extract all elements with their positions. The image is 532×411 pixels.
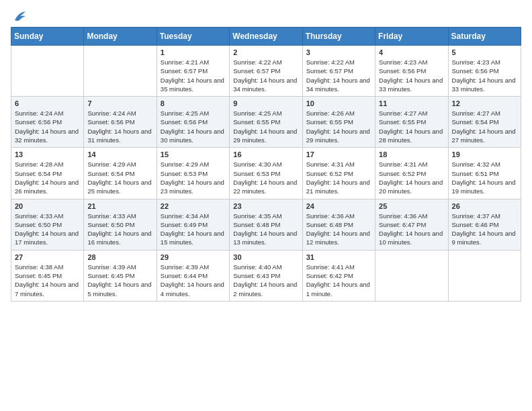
sunset-text: Sunset: 6:49 PM xyxy=(161,221,208,228)
day-number: 15 xyxy=(161,150,226,158)
day-info: Sunrise: 4:23 AM Sunset: 6:56 PM Dayligh… xyxy=(379,58,444,93)
sunset-text: Sunset: 6:55 PM xyxy=(233,118,280,126)
sunset-text: Sunset: 6:43 PM xyxy=(233,272,280,279)
daylight-text: Daylight: 14 hours and 19 minutes. xyxy=(452,179,516,195)
daylight-text: Daylight: 14 hours and 28 minutes. xyxy=(379,128,443,144)
daylight-text: Daylight: 14 hours and 13 minutes. xyxy=(233,230,297,246)
sunrise-text: Sunrise: 4:27 AM xyxy=(379,109,427,117)
sunset-text: Sunset: 6:52 PM xyxy=(306,170,353,177)
day-cell: 4 Sunrise: 4:23 AM Sunset: 6:56 PM Dayli… xyxy=(375,46,448,97)
sunrise-text: Sunrise: 4:33 AM xyxy=(87,212,136,220)
day-header-monday: Monday xyxy=(84,28,157,46)
sunrise-text: Sunrise: 4:23 AM xyxy=(452,58,500,66)
day-cell: 22 Sunrise: 4:34 AM Sunset: 6:49 PM Dayl… xyxy=(157,199,229,250)
day-info: Sunrise: 4:28 AM Sunset: 6:54 PM Dayligh… xyxy=(15,160,80,195)
day-number: 30 xyxy=(233,253,298,261)
day-info: Sunrise: 4:22 AM Sunset: 6:57 PM Dayligh… xyxy=(306,58,371,93)
sunrise-text: Sunrise: 4:27 AM xyxy=(452,109,500,117)
sunset-text: Sunset: 6:54 PM xyxy=(452,118,499,126)
sunset-text: Sunset: 6:55 PM xyxy=(306,118,353,126)
day-cell: 25 Sunrise: 4:36 AM Sunset: 6:47 PM Dayl… xyxy=(375,199,448,250)
sunset-text: Sunset: 6:50 PM xyxy=(87,221,134,228)
logo-bird-icon xyxy=(12,11,27,23)
day-cell: 9 Sunrise: 4:25 AM Sunset: 6:55 PM Dayli… xyxy=(230,97,302,148)
sunset-text: Sunset: 6:57 PM xyxy=(306,67,353,75)
day-cell: 20 Sunrise: 4:33 AM Sunset: 6:50 PM Dayl… xyxy=(11,199,84,250)
sunset-text: Sunset: 6:56 PM xyxy=(87,118,134,126)
day-number: 31 xyxy=(306,253,371,261)
day-header-saturday: Saturday xyxy=(448,28,521,46)
day-info: Sunrise: 4:41 AM Sunset: 6:42 PM Dayligh… xyxy=(306,263,371,298)
sunrise-text: Sunrise: 4:21 AM xyxy=(161,58,209,66)
day-cell: 12 Sunrise: 4:27 AM Sunset: 6:54 PM Dayl… xyxy=(448,97,521,148)
day-info: Sunrise: 4:31 AM Sunset: 6:52 PM Dayligh… xyxy=(306,160,371,195)
day-number: 22 xyxy=(161,202,226,210)
day-cell: 28 Sunrise: 4:39 AM Sunset: 6:45 PM Dayl… xyxy=(84,250,157,301)
day-info: Sunrise: 4:31 AM Sunset: 6:52 PM Dayligh… xyxy=(379,160,444,195)
sunset-text: Sunset: 6:42 PM xyxy=(306,272,353,279)
sunset-text: Sunset: 6:54 PM xyxy=(15,170,62,177)
day-cell: 16 Sunrise: 4:30 AM Sunset: 6:53 PM Dayl… xyxy=(230,148,302,199)
sunrise-text: Sunrise: 4:37 AM xyxy=(452,212,500,220)
day-header-wednesday: Wednesday xyxy=(230,28,302,46)
daylight-text: Daylight: 14 hours and 31 minutes. xyxy=(87,128,151,144)
sunrise-text: Sunrise: 4:24 AM xyxy=(87,109,136,117)
day-info: Sunrise: 4:29 AM Sunset: 6:54 PM Dayligh… xyxy=(87,160,152,195)
day-number: 13 xyxy=(15,150,80,158)
day-number: 23 xyxy=(233,202,298,210)
sunset-text: Sunset: 6:56 PM xyxy=(452,67,499,75)
daylight-text: Daylight: 14 hours and 23 minutes. xyxy=(161,179,224,195)
day-number: 6 xyxy=(15,99,80,107)
daylight-text: Daylight: 14 hours and 26 minutes. xyxy=(15,179,79,195)
header-row: SundayMondayTuesdayWednesdayThursdayFrid… xyxy=(11,28,521,46)
sunrise-text: Sunrise: 4:36 AM xyxy=(306,212,355,220)
day-cell: 18 Sunrise: 4:31 AM Sunset: 6:52 PM Dayl… xyxy=(375,148,448,199)
week-row-5: 27 Sunrise: 4:38 AM Sunset: 6:45 PM Dayl… xyxy=(11,250,521,301)
day-number: 9 xyxy=(233,99,298,107)
day-info: Sunrise: 4:36 AM Sunset: 6:48 PM Dayligh… xyxy=(306,212,371,247)
day-number: 19 xyxy=(452,150,517,158)
day-cell: 5 Sunrise: 4:23 AM Sunset: 6:56 PM Dayli… xyxy=(448,46,521,97)
day-cell xyxy=(84,46,157,97)
day-cell: 10 Sunrise: 4:26 AM Sunset: 6:55 PM Dayl… xyxy=(302,97,375,148)
day-number: 25 xyxy=(379,202,444,210)
sunrise-text: Sunrise: 4:30 AM xyxy=(233,161,281,168)
day-number: 2 xyxy=(233,48,298,56)
day-number: 21 xyxy=(87,202,152,210)
sunrise-text: Sunrise: 4:39 AM xyxy=(87,263,136,271)
sunrise-text: Sunrise: 4:38 AM xyxy=(15,263,63,271)
day-info: Sunrise: 4:36 AM Sunset: 6:47 PM Dayligh… xyxy=(379,212,444,247)
sunset-text: Sunset: 6:56 PM xyxy=(15,118,62,126)
day-cell xyxy=(375,250,448,301)
daylight-text: Daylight: 14 hours and 33 minutes. xyxy=(379,77,443,93)
daylight-text: Daylight: 14 hours and 9 minutes. xyxy=(452,230,516,246)
daylight-text: Daylight: 14 hours and 1 minute. xyxy=(306,281,370,297)
day-info: Sunrise: 4:26 AM Sunset: 6:55 PM Dayligh… xyxy=(306,109,371,144)
week-row-4: 20 Sunrise: 4:33 AM Sunset: 6:50 PM Dayl… xyxy=(11,199,521,250)
daylight-text: Daylight: 14 hours and 12 minutes. xyxy=(306,230,370,246)
day-info: Sunrise: 4:25 AM Sunset: 6:55 PM Dayligh… xyxy=(233,109,298,144)
day-info: Sunrise: 4:40 AM Sunset: 6:43 PM Dayligh… xyxy=(233,263,298,298)
day-cell: 7 Sunrise: 4:24 AM Sunset: 6:56 PM Dayli… xyxy=(84,97,157,148)
sunset-text: Sunset: 6:48 PM xyxy=(233,221,280,228)
day-cell: 2 Sunrise: 4:22 AM Sunset: 6:57 PM Dayli… xyxy=(230,46,302,97)
day-info: Sunrise: 4:24 AM Sunset: 6:56 PM Dayligh… xyxy=(87,109,152,144)
week-row-1: 1 Sunrise: 4:21 AM Sunset: 6:57 PM Dayli… xyxy=(11,46,521,97)
day-header-tuesday: Tuesday xyxy=(157,28,229,46)
sunset-text: Sunset: 6:47 PM xyxy=(379,221,426,228)
daylight-text: Daylight: 14 hours and 27 minutes. xyxy=(452,128,516,144)
day-cell: 17 Sunrise: 4:31 AM Sunset: 6:52 PM Dayl… xyxy=(302,148,375,199)
sunrise-text: Sunrise: 4:31 AM xyxy=(379,161,427,168)
day-number: 7 xyxy=(87,99,152,107)
sunrise-text: Sunrise: 4:34 AM xyxy=(161,212,209,220)
daylight-text: Daylight: 14 hours and 29 minutes. xyxy=(233,128,297,144)
day-cell: 14 Sunrise: 4:29 AM Sunset: 6:54 PM Dayl… xyxy=(84,148,157,199)
daylight-text: Daylight: 14 hours and 10 minutes. xyxy=(379,230,443,246)
day-info: Sunrise: 4:39 AM Sunset: 6:45 PM Dayligh… xyxy=(87,263,152,298)
daylight-text: Daylight: 14 hours and 34 minutes. xyxy=(233,77,297,93)
daylight-text: Daylight: 14 hours and 29 minutes. xyxy=(306,128,370,144)
day-cell: 26 Sunrise: 4:37 AM Sunset: 6:46 PM Dayl… xyxy=(448,199,521,250)
daylight-text: Daylight: 14 hours and 5 minutes. xyxy=(87,281,151,297)
sunset-text: Sunset: 6:48 PM xyxy=(306,221,353,228)
day-cell: 11 Sunrise: 4:27 AM Sunset: 6:55 PM Dayl… xyxy=(375,97,448,148)
